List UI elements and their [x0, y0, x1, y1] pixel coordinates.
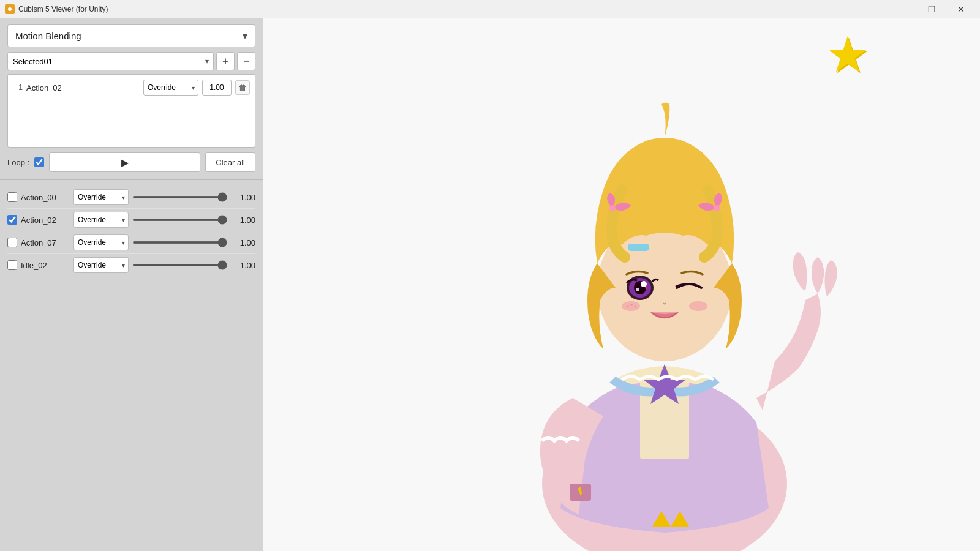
svg-point-10 — [714, 205, 720, 211]
play-button[interactable]: ▶ — [49, 152, 200, 172]
restore-button[interactable]: ❐ — [918, 0, 946, 18]
motion-list-area: 1 Action_02 Override Additive Multiply 🗑 — [7, 74, 255, 148]
svg-point-19 — [689, 301, 707, 311]
action-row: Action_00 Override Additive Multiply 1.0… — [7, 186, 255, 209]
delete-motion-button[interactable]: 🗑 — [235, 80, 250, 95]
divider — [0, 179, 263, 180]
minimize-button[interactable]: — — [888, 0, 916, 18]
action-slider-2[interactable] — [132, 241, 227, 244]
action-slider-0[interactable] — [132, 196, 227, 198]
clear-all-button[interactable]: Clear all — [205, 152, 255, 172]
svg-rect-11 — [628, 244, 649, 251]
svg-point-20 — [630, 304, 633, 306]
svg-point-16 — [636, 288, 639, 291]
action-name-3: Idle_02 — [21, 261, 70, 270]
loop-label: Loop : — [7, 158, 29, 167]
remove-preset-button[interactable]: − — [237, 52, 255, 70]
svg-point-17 — [645, 287, 647, 289]
action-slider-3[interactable] — [132, 264, 227, 266]
svg-point-9 — [609, 205, 616, 211]
action-checkbox-2[interactable] — [7, 238, 17, 247]
action-blend-wrapper-3: Override Additive Multiply — [74, 257, 129, 273]
action-row-1: Action_02 Override Additive Multiply 1.0… — [7, 209, 255, 231]
motion-blend-mode-select[interactable]: Override Additive Multiply — [143, 80, 198, 96]
play-icon: ▶ — [121, 157, 129, 168]
action-blend-select-3[interactable]: Override Additive Multiply — [74, 257, 129, 273]
action-name-2: Action_07 — [21, 238, 70, 247]
svg-point-1 — [8, 7, 12, 11]
preset-row: Selected01 Selected02 Selected03 + − — [7, 52, 255, 70]
action-name-0: Action_00 — [21, 193, 70, 202]
action-value-2: 1.00 — [231, 238, 255, 247]
character-area — [263, 18, 980, 551]
action-blend-wrapper-1: Override Additive Multiply — [74, 212, 129, 228]
motion-item-row: 1 Action_02 Override Additive Multiply 🗑 — [10, 77, 252, 98]
action-blend-select-2[interactable]: Override Additive Multiply — [74, 234, 129, 250]
controls-row: Loop : ▶ Clear all — [7, 152, 255, 172]
motion-weight-input[interactable] — [202, 80, 232, 96]
motion-number: 1 — [13, 83, 23, 92]
action-value-1: 1.00 — [231, 216, 255, 225]
main-area: Motion Blending ▾ Selected01 Selected02 … — [0, 18, 980, 551]
svg-point-21 — [635, 306, 636, 308]
action-row-2: Action_07 Override Additive Multiply 1.0… — [7, 231, 255, 254]
right-panel: ★ — [263, 18, 980, 551]
action-slider-1[interactable] — [132, 219, 227, 221]
action-checkbox-1[interactable] — [7, 215, 17, 225]
action-blend-select-1[interactable]: Override Additive Multiply — [74, 212, 129, 228]
svg-point-15 — [641, 281, 647, 287]
action-blend-wrapper-0: Override Additive Multiply — [74, 189, 129, 205]
titlebar-left: Cubism 5 Viewer (for Unity) — [5, 4, 108, 14]
close-button[interactable]: ✕ — [947, 0, 975, 18]
action-name-1: Action_02 — [21, 216, 70, 225]
motion-blending-header[interactable]: Motion Blending ▾ — [7, 24, 255, 47]
action-checkbox-3[interactable] — [7, 260, 17, 270]
titlebar: Cubism 5 Viewer (for Unity) — ❐ ✕ — [0, 0, 980, 18]
svg-point-18 — [622, 301, 640, 311]
blend-mode-select-wrapper: Override Additive Multiply — [143, 80, 198, 96]
motion-blending-title: Motion Blending — [15, 31, 81, 41]
add-preset-button[interactable]: + — [216, 52, 235, 70]
action-blend-wrapper-2: Override Additive Multiply — [74, 234, 129, 250]
motion-name: Action_02 — [26, 83, 140, 92]
action-row-3: Idle_02 Override Additive Multiply 1.00 — [7, 254, 255, 276]
chevron-down-icon: ▾ — [243, 30, 247, 42]
app-title: Cubism 5 Viewer (for Unity) — [18, 5, 108, 13]
preset-select-wrapper: Selected01 Selected02 Selected03 — [7, 52, 214, 70]
action-checkbox-0[interactable] — [7, 192, 17, 202]
action-list-area: Action_00 Override Additive Multiply 1.0… — [7, 186, 255, 547]
character-illustration — [450, 67, 879, 551]
app-icon — [5, 4, 15, 14]
left-panel: Motion Blending ▾ Selected01 Selected02 … — [0, 18, 263, 551]
action-blend-select-0[interactable]: Override Additive Multiply — [74, 189, 129, 205]
titlebar-controls: — ❐ ✕ — [888, 0, 975, 18]
preset-select[interactable]: Selected01 Selected02 Selected03 — [7, 52, 214, 70]
loop-checkbox[interactable] — [34, 157, 44, 167]
action-value-0: 1.00 — [231, 193, 255, 202]
action-value-3: 1.00 — [231, 261, 255, 270]
svg-point-22 — [627, 306, 629, 308]
